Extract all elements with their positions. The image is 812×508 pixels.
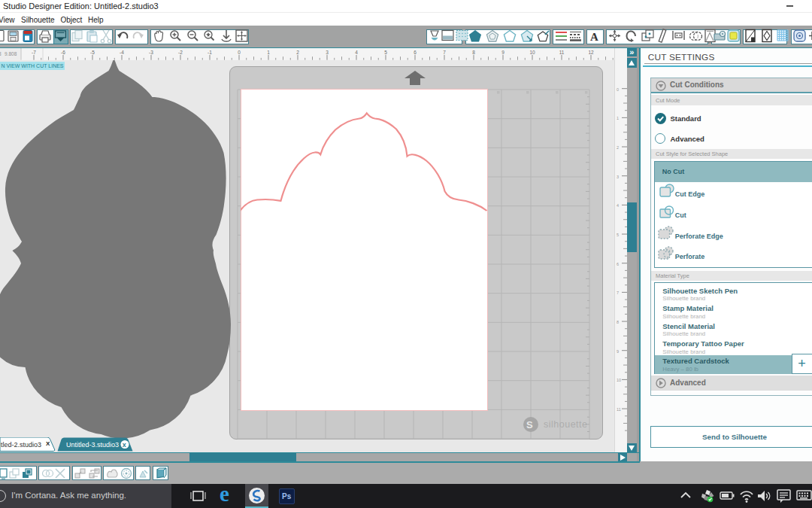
svg-text:7: 7 xyxy=(617,291,619,296)
svg-text:4: 4 xyxy=(617,204,619,208)
svg-text:7: 7 xyxy=(443,50,446,55)
svg-text:3: 3 xyxy=(326,50,329,55)
svg-text:-5: -5 xyxy=(90,50,95,55)
svg-text:9: 9 xyxy=(501,50,504,55)
svg-text:Untitled-3.studio3: Untitled-3.studio3 xyxy=(66,441,119,449)
svg-text:5: 5 xyxy=(384,50,387,55)
svg-text:-3: -3 xyxy=(149,50,153,55)
svg-text:10: 10 xyxy=(617,379,621,383)
svg-text:-1: -1 xyxy=(208,50,212,55)
svg-text:6: 6 xyxy=(414,50,417,55)
svg-text:9: 9 xyxy=(617,349,619,354)
svg-text:2: 2 xyxy=(617,145,619,150)
svg-text:12: 12 xyxy=(588,50,594,55)
svg-text:0: 0 xyxy=(238,50,241,55)
svg-text:-6: -6 xyxy=(61,50,65,55)
svg-text:-4: -4 xyxy=(120,50,124,55)
svg-text:11: 11 xyxy=(559,50,565,55)
svg-text:2: 2 xyxy=(296,50,299,55)
svg-text:9.808: 9.808 xyxy=(5,51,17,56)
svg-text:6: 6 xyxy=(617,262,619,266)
svg-text:8: 8 xyxy=(617,320,619,324)
svg-text:x: x xyxy=(123,441,126,449)
svg-text:5: 5 xyxy=(617,233,619,237)
svg-text:4: 4 xyxy=(355,50,358,55)
svg-text:X: X xyxy=(46,440,50,447)
svg-text:-2: -2 xyxy=(178,50,183,55)
svg-text:10: 10 xyxy=(529,50,535,55)
svg-text:1: 1 xyxy=(617,117,619,121)
svg-text:8: 8 xyxy=(472,50,475,55)
svg-text:11: 11 xyxy=(617,407,621,412)
svg-text:A: A xyxy=(590,31,598,43)
svg-text:0: 0 xyxy=(617,87,619,92)
svg-text:tled-2.studio3: tled-2.studio3 xyxy=(1,441,41,449)
svg-text:1: 1 xyxy=(267,50,270,55)
svg-text:3: 3 xyxy=(617,175,619,179)
svg-text:-7: -7 xyxy=(32,50,36,55)
